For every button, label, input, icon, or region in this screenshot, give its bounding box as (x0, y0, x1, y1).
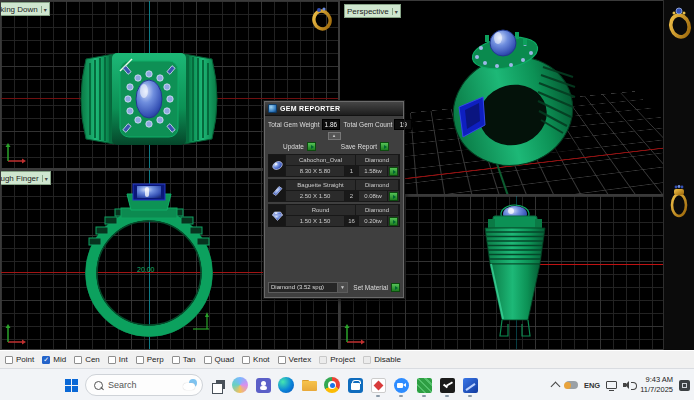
checkbox[interactable] (363, 356, 371, 364)
notifications-icon[interactable] (679, 380, 690, 391)
gem-weight: 0.08tw (359, 191, 388, 201)
start-button[interactable] (62, 373, 80, 397)
gem-shape: Round (286, 205, 356, 215)
update-go-button[interactable] (307, 142, 316, 151)
app-black-button[interactable] (438, 373, 456, 397)
gem-row-select-button[interactable] (389, 192, 398, 201)
snap-knot[interactable]: Knot (242, 355, 269, 364)
chevron-down-icon: ▾ (42, 175, 48, 182)
save-report-go-button[interactable] (380, 142, 389, 151)
snap-point[interactable]: Point (5, 355, 34, 364)
chrome-icon (324, 377, 340, 393)
material-name: Diamond (269, 284, 297, 290)
total-count-label: Total Gem Count (344, 121, 393, 128)
table-row: Round Diamond 1.50 X 1.50 16 0.20tw (268, 204, 400, 227)
chrome-button[interactable] (323, 373, 341, 397)
snap-int[interactable]: Int (108, 355, 128, 364)
teams-icon (256, 378, 271, 393)
snap-quad[interactable]: Quad (204, 355, 235, 364)
material-dropdown[interactable]: Diamond (3.52 spg) ▼ (268, 282, 348, 293)
save-report-button[interactable]: Save Report (341, 143, 377, 150)
collapse-handle-icon[interactable]: ▴ (328, 132, 341, 140)
checkbox-checked[interactable] (42, 356, 50, 364)
set-material-button[interactable]: Set Material (353, 284, 388, 291)
language-indicator[interactable]: ENG (584, 381, 600, 390)
gold-ring-profile-thumbnail-icon[interactable] (667, 184, 691, 220)
gem-weight: 1.58tw (359, 166, 388, 176)
gem-count: 2 (345, 191, 359, 201)
snap-project[interactable]: Project (319, 355, 355, 364)
viewport-title-dropdown[interactable]: Perspective ▾ (344, 4, 401, 18)
copilot-button[interactable] (231, 373, 249, 397)
speaker-icon[interactable] (623, 380, 634, 390)
checkbox[interactable] (278, 356, 286, 364)
checkbox[interactable] (172, 356, 180, 364)
gem-material: Diamond (356, 205, 399, 215)
app-green-button[interactable] (415, 373, 433, 397)
viewport-title-label: Through Finger (0, 174, 39, 183)
store-icon (348, 378, 363, 393)
gem-row-select-button[interactable] (389, 217, 398, 226)
snap-disable[interactable]: Disable (363, 355, 401, 364)
onedrive-icon[interactable] (565, 381, 578, 389)
snap-cen[interactable]: Cen (74, 355, 100, 364)
gem-shape: Cabochon_Oval (286, 155, 356, 165)
gem-row-select-button[interactable] (389, 167, 398, 176)
folder-icon (302, 380, 317, 391)
gem-table: Cabochon_Oval Diamond 8.30 X 5.80 1 1.58… (265, 153, 403, 230)
gold-ring-thumbnail-icon[interactable] (667, 4, 693, 40)
gem-size: 1.50 X 1.50 (286, 216, 345, 226)
edge-icon (278, 377, 294, 393)
collapse-row: ▴ (265, 132, 403, 139)
side-thumbnail-panel (663, 0, 694, 350)
snap-vertex[interactable]: Vertex (278, 355, 312, 364)
set-material-go-button[interactable] (391, 283, 400, 292)
update-button[interactable]: Update (283, 143, 304, 150)
app-blue-circle-button[interactable] (392, 373, 410, 397)
display-icon[interactable] (606, 381, 617, 389)
search-input[interactable]: Search (85, 374, 203, 396)
table-row: Baguette Straight Diamond 2.50 X 1.50 2 … (268, 179, 400, 202)
checkbox[interactable] (319, 356, 327, 364)
app-black-icon (440, 378, 455, 393)
ring-perspective-view (425, 19, 605, 169)
checkbox[interactable] (204, 356, 212, 364)
time: 9:43 AM (640, 375, 673, 385)
dialog-titlebar[interactable]: GEM REPORTER (265, 102, 403, 116)
store-button[interactable] (346, 373, 364, 397)
dropdown-arrow-icon[interactable]: ▼ (337, 283, 347, 292)
gem-count: 1 (345, 166, 359, 176)
round-gem-icon (269, 205, 286, 226)
app-blue-button[interactable] (461, 373, 479, 397)
date: 11/7/2025 (640, 385, 673, 395)
checkbox[interactable] (136, 356, 144, 364)
chevron-down-icon: ▾ (41, 6, 47, 13)
gem-count: 16 (345, 216, 359, 226)
file-explorer-button[interactable] (300, 373, 318, 397)
edge-button[interactable] (277, 373, 295, 397)
checkbox[interactable] (74, 356, 82, 364)
checkbox[interactable] (242, 356, 250, 364)
teams-button[interactable] (254, 373, 272, 397)
app-red-button[interactable] (369, 373, 387, 397)
snap-mid[interactable]: Mid (42, 355, 66, 364)
chevron-down-icon: ▾ (392, 8, 398, 15)
gem-size: 2.50 X 1.50 (286, 191, 345, 201)
task-view-button[interactable] (208, 373, 226, 397)
checkbox[interactable] (108, 356, 116, 364)
clock[interactable]: 9:43 AM 11/7/2025 (640, 375, 673, 395)
table-row: Cabochon_Oval Diamond 8.30 X 5.80 1 1.58… (268, 154, 400, 177)
ring-top-view (74, 51, 224, 147)
viewport-title-dropdown[interactable]: Looking Down ▾ (0, 2, 50, 16)
checkbox[interactable] (5, 356, 13, 364)
snap-tan[interactable]: Tan (172, 355, 196, 364)
gold-ring-icon[interactable] (310, 5, 334, 31)
snap-perp[interactable]: Perp (136, 355, 164, 364)
app-green-icon (417, 378, 432, 393)
ring-size-dimension: 20.00 (137, 266, 155, 273)
search-label: Search (108, 380, 178, 390)
viewport-title-dropdown[interactable]: Through Finger ▾ (0, 171, 51, 185)
total-count-value: 19 (394, 119, 412, 130)
osnap-toolbar: Point Mid Cen Int Perp Tan Quad Knot Ver… (0, 350, 694, 368)
tray-expand-icon[interactable] (550, 382, 560, 392)
